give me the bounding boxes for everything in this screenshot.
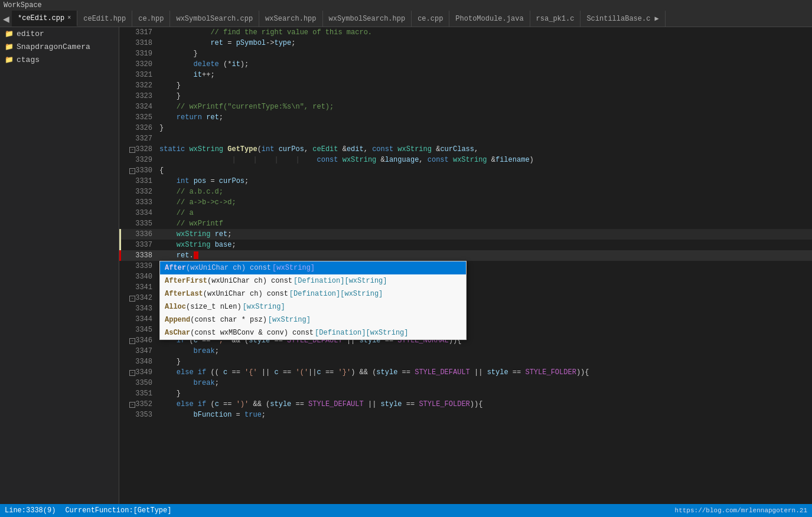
code-line-3352: -3352 else if (c == ')' && (style == STY…: [119, 399, 812, 410]
autocomplete-dropdown[interactable]: After(wxUniChar ch) const[wxString]After…: [159, 261, 467, 340]
tab-ceEdit.cpp[interactable]: *ceEdit.cpp ×: [12, 11, 77, 27]
code-text-3332: // a.b.c.d;: [155, 186, 812, 197]
code-line-3329: 3329 | | | | const wxString &language, c…: [119, 155, 812, 165]
code-text-3336: wxString ret;: [155, 229, 812, 240]
code-text-3350: break;: [155, 378, 812, 388]
line-number-3318: 3318: [135, 39, 152, 47]
line-number-3342: 3342: [135, 294, 152, 302]
code-line-3350: 3350 break;: [119, 378, 812, 388]
code-line-3322: 3322 }: [119, 80, 812, 91]
line-number-3350: 3350: [135, 379, 152, 387]
line-number-3323: 3323: [135, 92, 152, 100]
tab-wxSearch.hpp[interactable]: wxSearch.hpp: [259, 11, 322, 27]
tab-close-ceEdit.cpp[interactable]: ×: [67, 15, 71, 21]
line-number-3330: 3330: [135, 166, 152, 175]
line-number-3328: 3328: [135, 145, 152, 153]
line-number-3345: 3345: [135, 326, 152, 334]
tab-PhotoModule.java[interactable]: PhotoModule.java: [449, 11, 530, 27]
sidebar: 📁editor📁SnapdragonCamera📁ctags: [0, 27, 119, 504]
line-number-3353: 3353: [135, 411, 152, 419]
line-number-3332: 3332: [135, 188, 152, 196]
tab-wxSymbolSearch.cpp[interactable]: wxSymbolSearch.cpp: [170, 11, 259, 27]
code-line-3331: 3331 int pos = curPos;: [119, 176, 812, 186]
code-line-3328: -3328static wxString GetType(int curPos,…: [119, 144, 812, 155]
autocomplete-item-0[interactable]: After(wxUniChar ch) const[wxString]: [160, 261, 466, 274]
code-line-3320: 3320 delete (*it);: [119, 59, 812, 70]
line-number-3340: 3340: [135, 273, 152, 281]
status-left: Line:3338(9) CurrentFunction:[GetType]: [5, 506, 171, 515]
tab-wxSymbolSearch.hpp[interactable]: wxSymbolSearch.hpp: [323, 11, 412, 27]
fold-icon-3330[interactable]: -: [128, 166, 135, 175]
code-text-3338: ret.: [155, 250, 812, 261]
editor-body: 3317 // find the right value of this mac…: [119, 27, 812, 504]
line-number-3343: 3343: [135, 305, 152, 313]
fold-icon-3342[interactable]: -: [128, 294, 135, 302]
tab-ce.hpp[interactable]: ce.hpp: [132, 11, 170, 27]
code-line-3330: -3330{: [119, 165, 812, 176]
code-line-3347: 3347 break;: [119, 346, 812, 356]
tab-scroll-left[interactable]: ◀: [0, 11, 12, 27]
code-text-3331: int pos = curPos;: [155, 176, 812, 186]
line-number-3317: 3317: [135, 28, 152, 37]
code-table: 3317 // find the right value of this mac…: [119, 27, 812, 420]
status-right: https://blog.com/mrlennapgotern.21: [675, 507, 807, 514]
code-line-3349: -3349 else if (( c == '{' || c == '('||c…: [119, 367, 812, 378]
folder-icon: 📁: [5, 55, 14, 64]
code-line-3318: 3318 ret = pSymbol->type;: [119, 38, 812, 48]
code-line-3333: 3333 // a->b->c->d;: [119, 197, 812, 208]
autocomplete-item-4[interactable]: Append(const char * psz)[wxString]: [160, 313, 466, 326]
status-line-col: Line:3338(9): [5, 506, 56, 515]
line-number-3329: 3329: [135, 156, 152, 164]
line-number-3349: 3349: [135, 368, 152, 377]
autocomplete-item-1[interactable]: AfterFirst(wxUniChar ch) const[Definatio…: [160, 274, 466, 287]
autocomplete-item-3[interactable]: Alloc(size_t nLen)[wxString]: [160, 300, 466, 313]
autocomplete-item-2[interactable]: AfterLast(wxUniChar ch) const[Defination…: [160, 287, 466, 300]
code-line-3332: 3332 // a.b.c.d;: [119, 186, 812, 197]
folder-label: editor: [17, 30, 44, 38]
tab-ce.cpp[interactable]: ce.cpp: [412, 11, 449, 27]
line-number-3335: 3335: [135, 220, 152, 228]
code-text-3353: bFunction = true;: [155, 410, 812, 420]
code-text-3326: }: [155, 123, 812, 133]
code-text-3318: ret = pSymbol->type;: [155, 38, 812, 48]
sidebar-item-SnapdragonCamera[interactable]: 📁SnapdragonCamera: [0, 40, 119, 53]
code-line-3351: 3351 }: [119, 388, 812, 399]
tab-rsa_pk1.c[interactable]: rsa_pk1.c: [530, 11, 581, 27]
folder-icon: 📁: [5, 42, 14, 51]
main-content: 📁editor📁SnapdragonCamera📁ctags 3317 // f…: [0, 27, 812, 504]
line-number-3324: 3324: [135, 103, 152, 111]
code-line-3337: 3337 wxString base;: [119, 240, 812, 250]
code-text-3329: | | | | const wxString &language, const …: [155, 155, 812, 165]
autocomplete-item-5[interactable]: AsChar(const wxMBConv & conv) const[Defi…: [160, 326, 466, 339]
code-text-3335: // wxPrintf: [155, 218, 812, 229]
code-text-3328: static wxString GetType(int curPos, ceEd…: [155, 144, 812, 155]
fold-icon-3328[interactable]: -: [128, 145, 135, 153]
tab-ceEdit.hpp[interactable]: ceEdit.hpp: [77, 11, 132, 27]
code-line-3348: 3348 }: [119, 356, 812, 367]
tab-ScintillaBase.cpp[interactable]: ScintillaBase.c ▶: [581, 11, 665, 27]
code-text-3317: // find the right value of this macro.: [155, 27, 812, 38]
status-url: https://blog.com/mrlennapgotern.21: [675, 507, 807, 514]
line-number-3320: 3320: [135, 60, 152, 68]
code-text-3352: else if (c == ')' && (style == STYLE_DEF…: [155, 399, 812, 410]
editor-area[interactable]: 3317 // find the right value of this mac…: [119, 27, 812, 504]
line-number-3327: 3327: [135, 135, 152, 143]
code-line-3317: 3317 // find the right value of this mac…: [119, 27, 812, 38]
fold-icon-3352[interactable]: -: [128, 400, 135, 408]
line-number-3338: 3338: [135, 251, 152, 260]
code-text-3351: }: [155, 388, 812, 399]
code-text-3349: else if (( c == '{' || c == '('||c == '}…: [155, 367, 812, 378]
fold-icon-3346[interactable]: -: [128, 336, 135, 345]
code-text-3323: }: [155, 91, 812, 102]
sidebar-item-ctags[interactable]: 📁ctags: [0, 53, 119, 66]
code-line-3319: 3319 }: [119, 48, 812, 59]
line-number-3319: 3319: [135, 50, 152, 58]
line-number-3351: 3351: [135, 390, 152, 398]
line-number-3347: 3347: [135, 347, 152, 355]
code-view[interactable]: 3317 // find the right value of this mac…: [119, 27, 812, 504]
tabbar: ◀ *ceEdit.cpp ×ceEdit.hppce.hppwxSymbolS…: [0, 11, 812, 27]
line-number-3325: 3325: [135, 113, 152, 122]
code-line-3321: 3321 it++;: [119, 70, 812, 80]
sidebar-item-editor[interactable]: 📁editor: [0, 27, 119, 40]
fold-icon-3349[interactable]: -: [128, 368, 135, 377]
